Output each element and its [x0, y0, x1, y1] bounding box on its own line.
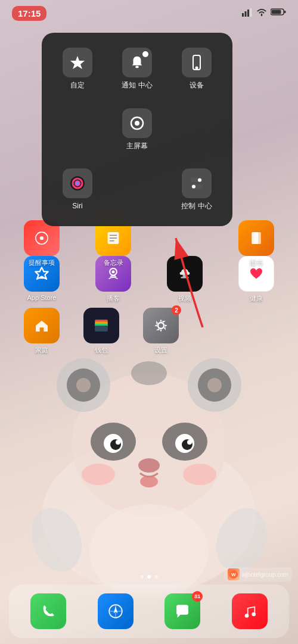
- svg-marker-31: [70, 56, 85, 69]
- books-label: 图书: [250, 258, 263, 267]
- toggle-icon-box: [182, 168, 212, 198]
- appstore-label: App Store: [27, 294, 57, 301]
- svg-rect-49: [181, 277, 188, 279]
- watermark-text: wjhotelgroup.com: [242, 571, 288, 578]
- menu-item-customize[interactable]: 自定: [51, 42, 104, 96]
- svg-point-18: [140, 476, 158, 487]
- settings-badge: 2: [172, 305, 181, 315]
- messages-badge: 81: [192, 591, 203, 602]
- svg-point-69: [244, 614, 249, 618]
- svg-rect-26: [247, 10, 249, 17]
- svg-point-15: [82, 464, 115, 485]
- wifi-icon: [256, 8, 267, 18]
- svg-point-22: [76, 378, 91, 392]
- menu-item-controlcenter[interactable]: 控制 中心: [170, 162, 224, 217]
- app-notes[interactable]: 备忘录: [89, 220, 137, 267]
- bell-icon-box: [122, 48, 152, 77]
- page-dot-1: [140, 575, 144, 579]
- svg-point-14: [138, 458, 160, 473]
- safari-dock-icon: [98, 593, 134, 629]
- app-wallet[interactable]: 钱包: [77, 308, 125, 355]
- svg-rect-30: [284, 11, 286, 13]
- settings-icon-wrap: 2: [143, 308, 179, 346]
- notes-label: 备忘录: [104, 258, 123, 267]
- app-grid: App Store 播客 视频: [0, 256, 298, 359]
- menu-siri-label: Siri: [72, 202, 82, 211]
- watermark: W wjhotelgroup.com: [224, 567, 292, 582]
- page-dot-3: [154, 575, 158, 579]
- svg-point-17: [131, 361, 167, 385]
- battery-icon: [271, 8, 286, 18]
- notification-dot: [142, 51, 148, 57]
- menu-controlcenter-label: 控制 中心: [181, 202, 212, 211]
- phone-dock-icon: [30, 593, 66, 629]
- signal-icon: [242, 8, 253, 18]
- phone-outline-icon-box: [182, 48, 212, 77]
- wallet-label: 钱包: [95, 346, 108, 355]
- menu-device-label: 设备: [190, 81, 204, 90]
- siri-icon-box: [63, 168, 92, 198]
- watermark-logo: W: [228, 568, 240, 580]
- context-menu: 自定 通知 中心 设备 主屏幕: [42, 33, 232, 226]
- status-bar: 17:15: [0, 0, 298, 26]
- page-dot-2: [147, 575, 151, 579]
- svg-point-12: [116, 440, 120, 445]
- svg-text:W: W: [231, 572, 236, 577]
- svg-point-47: [112, 270, 115, 273]
- books-icon: [238, 220, 274, 256]
- wallet-icon: [83, 308, 119, 343]
- app-settings[interactable]: 2 设置: [137, 308, 185, 355]
- app-row-1-partial: 提醒事项 备忘录 图书: [0, 220, 298, 267]
- dock-phone[interactable]: [30, 593, 66, 629]
- menu-customize-label: 自定: [70, 81, 85, 90]
- svg-point-36: [135, 121, 139, 126]
- dock-safari[interactable]: [98, 593, 134, 629]
- dock-music[interactable]: [232, 593, 268, 629]
- music-dock-icon: [232, 593, 268, 629]
- svg-point-34: [196, 67, 198, 69]
- dock-messages[interactable]: 81: [164, 593, 200, 629]
- svg-rect-62: [254, 232, 261, 244]
- status-icons: [242, 8, 286, 18]
- app-row-3: 家庭 钱包: [6, 308, 292, 355]
- app-home[interactable]: 家庭: [18, 308, 66, 355]
- svg-point-32: [135, 66, 139, 68]
- menu-item-siri[interactable]: Siri: [51, 162, 104, 217]
- svg-rect-29: [272, 10, 281, 14]
- svg-point-54: [158, 323, 164, 329]
- home-icon: [24, 308, 60, 343]
- menu-notification-label: 通知 中心: [122, 81, 152, 90]
- svg-point-16: [183, 464, 216, 485]
- svg-rect-25: [245, 11, 247, 17]
- svg-point-43: [192, 185, 195, 189]
- settings-label: 设置: [154, 346, 167, 355]
- svg-rect-48: [183, 275, 187, 277]
- app-reminder[interactable]: 提醒事项: [18, 220, 66, 267]
- app-books[interactable]: 图书: [232, 220, 280, 267]
- reminder-label: 提醒事项: [29, 258, 55, 267]
- svg-point-23: [207, 378, 222, 392]
- svg-rect-27: [250, 8, 252, 17]
- svg-point-56: [40, 236, 44, 240]
- svg-rect-53: [95, 326, 108, 332]
- home-label: 家庭: [35, 346, 48, 355]
- page-dots: [140, 575, 158, 579]
- svg-point-13: [187, 440, 192, 445]
- menu-homescreen-label: 主屏幕: [126, 142, 148, 151]
- svg-point-41: [198, 179, 201, 182]
- star-icon-box: [63, 48, 92, 77]
- menu-item-notification[interactable]: 通知 中心: [110, 42, 164, 96]
- menu-item-device[interactable]: 设备: [170, 42, 224, 96]
- svg-rect-24: [242, 13, 244, 17]
- status-time: 17:15: [12, 6, 46, 21]
- appletv-label: 视频: [178, 294, 191, 303]
- homescreen-icon-box: [122, 108, 152, 138]
- svg-point-39: [74, 180, 80, 186]
- menu-item-homescreen[interactable]: 主屏幕: [110, 102, 164, 157]
- svg-point-70: [252, 612, 256, 617]
- dock: 81: [9, 584, 289, 638]
- health-label: 健康: [250, 294, 263, 303]
- wallpaper-panda: [12, 326, 286, 593]
- podcasts-label: 播客: [107, 294, 120, 303]
